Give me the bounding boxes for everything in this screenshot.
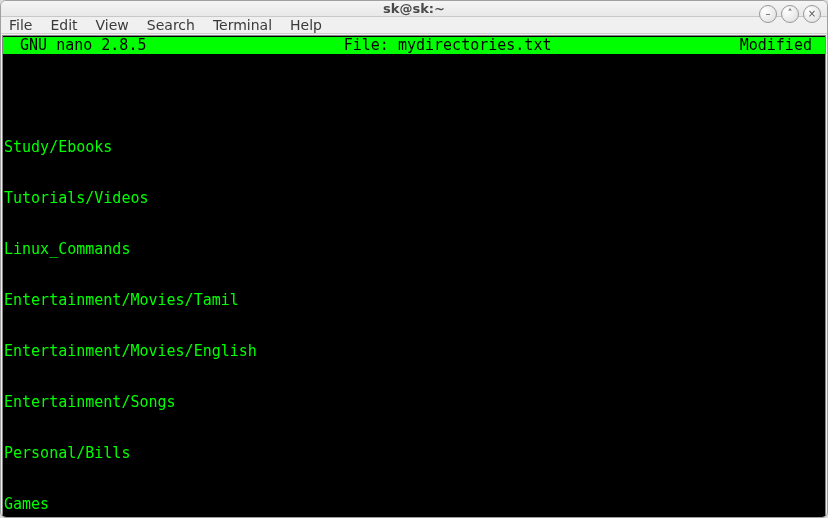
file-line: Tutorials/Videos (4, 190, 824, 207)
file-line: Study/Ebooks (4, 139, 824, 156)
minimize-button[interactable]: – (759, 5, 777, 23)
menubar: File Edit View Search Terminal Help (1, 17, 827, 34)
menu-terminal[interactable]: Terminal (213, 17, 272, 33)
close-icon: × (808, 9, 816, 19)
file-line: Games (4, 496, 824, 513)
window-title: sk@sk:~ (383, 1, 445, 16)
nano-status: Modified (740, 37, 823, 54)
file-line: Linux_Commands (4, 241, 824, 258)
terminal-area[interactable]: GNU nano 2.8.5 File: mydirectories.txt M… (2, 35, 826, 518)
window-controls: – ˄ × (759, 5, 821, 23)
close-button[interactable]: × (803, 5, 821, 23)
menu-help[interactable]: Help (290, 17, 322, 33)
file-line: Entertainment/Movies/Tamil (4, 292, 824, 309)
minimize-icon: – (766, 9, 771, 19)
menu-file[interactable]: File (9, 17, 32, 33)
blank-line (4, 88, 824, 105)
menu-search[interactable]: Search (147, 17, 195, 33)
nano-file-label: File: mydirectories.txt (156, 37, 740, 54)
maximize-button[interactable]: ˄ (781, 5, 799, 23)
menu-view[interactable]: View (96, 17, 129, 33)
nano-version: GNU nano 2.8.5 (5, 37, 156, 54)
maximize-icon: ˄ (788, 9, 793, 19)
menu-edit[interactable]: Edit (50, 17, 77, 33)
nano-header: GNU nano 2.8.5 File: mydirectories.txt M… (3, 37, 825, 54)
file-line: Entertainment/Movies/English (4, 343, 824, 360)
nano-body[interactable]: Study/Ebooks Tutorials/Videos Linux_Comm… (3, 54, 825, 518)
terminal-window: sk@sk:~ – ˄ × File Edit View Search Term… (0, 0, 828, 518)
file-line: Entertainment/Songs (4, 394, 824, 411)
titlebar: sk@sk:~ – ˄ × (1, 1, 827, 17)
file-line: Personal/Bills (4, 445, 824, 462)
